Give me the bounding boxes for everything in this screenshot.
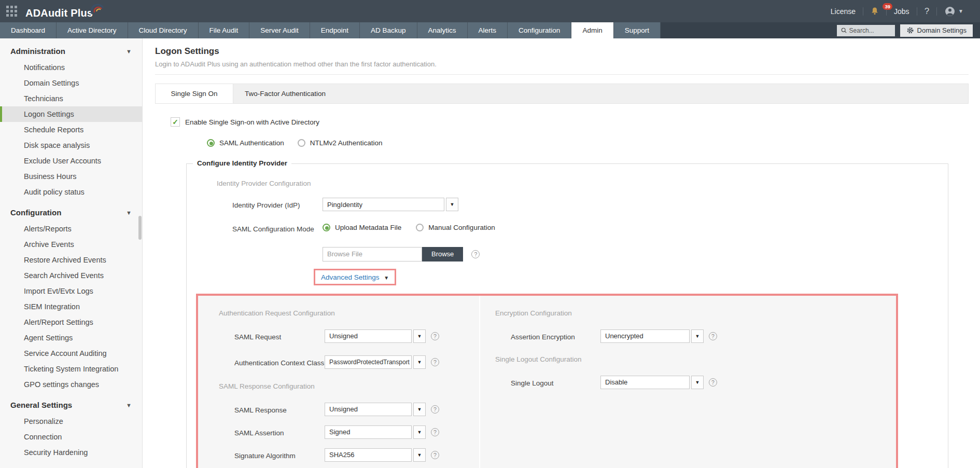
sidebar-item-agent-settings[interactable]: Agent Settings: [0, 330, 142, 346]
search-input[interactable]: [849, 27, 891, 34]
nav-tab-dashboard[interactable]: Dashboard: [0, 22, 57, 38]
radio-label: NTLMv2 Authentication: [310, 139, 383, 147]
chevron-down-icon: ▼: [958, 8, 963, 14]
dropdown-arrow-button[interactable]: ▼: [691, 329, 704, 343]
help-button[interactable]: ?: [917, 6, 936, 17]
help-icon[interactable]: ?: [431, 405, 439, 414]
sidebar-item-security-hardening[interactable]: Security Hardening: [0, 445, 142, 460]
sidebar-item-archive-events[interactable]: Archive Events: [0, 237, 142, 252]
tab-two-factor-authentication[interactable]: Two-Factor Authentication: [233, 84, 337, 103]
help-icon[interactable]: ?: [431, 358, 439, 366]
dropdown-arrow-button[interactable]: ▼: [446, 198, 458, 211]
radio-upload-metadata-file[interactable]: Upload Metadata File: [323, 224, 401, 231]
nav-tab-active-directory[interactable]: Active Directory: [57, 22, 128, 38]
sidebar-item-import-evt-evtx-logs[interactable]: Import Evt/Evtx Logs: [0, 283, 142, 299]
tab-single-sign-on[interactable]: Single Sign On: [156, 84, 233, 103]
dropdown-arrow-button[interactable]: ▼: [413, 448, 426, 462]
section-title-label: Administration: [10, 47, 65, 56]
sidebar-item-connection[interactable]: Connection: [0, 429, 142, 445]
search-box[interactable]: [837, 25, 895, 36]
dropdown-arrow-button[interactable]: ▼: [413, 425, 426, 439]
radio-manual-configuration[interactable]: Manual Configuration: [416, 224, 495, 231]
sidebar-item-restore-archived-events[interactable]: Restore Archived Events: [0, 252, 142, 268]
auth-context-class-select[interactable]: PasswordProtectedTransport ▼: [325, 355, 426, 369]
sidebar-item-notifications[interactable]: Notifications: [0, 60, 142, 75]
signature-algorithm-select[interactable]: SHA256 ▼: [325, 448, 426, 462]
nav-tab-analytics[interactable]: Analytics: [417, 22, 468, 38]
idp-select[interactable]: PingIdentity ▼: [323, 198, 458, 211]
sidebar-section-administration[interactable]: Administration ▼: [0, 38, 142, 60]
dropdown-arrow-button[interactable]: ▼: [413, 355, 426, 369]
help-icon[interactable]: ?: [709, 332, 717, 340]
nav-tab-admin[interactable]: Admin: [571, 22, 613, 38]
notifications-button[interactable]: 39: [863, 7, 886, 16]
nav-tab-endpoint[interactable]: Endpoint: [310, 22, 360, 38]
saml-response-label: SAML Response: [234, 403, 325, 416]
nav-tab-ad-backup[interactable]: AD Backup: [360, 22, 417, 38]
dropdown-arrow-button[interactable]: ▼: [413, 403, 426, 416]
signature-algorithm-label: Signature Algorithm: [234, 448, 325, 461]
saml-response-row: SAML Response Unsigned ▼ ?: [234, 403, 479, 416]
saml-request-select[interactable]: Unsigned ▼: [325, 329, 426, 343]
help-icon[interactable]: ?: [431, 451, 439, 459]
bell-icon: [871, 7, 879, 16]
single-logout-select[interactable]: Disable ▼: [600, 376, 704, 389]
dropdown-arrow-button[interactable]: ▼: [691, 376, 704, 389]
nav-tab-file-audit[interactable]: File Audit: [199, 22, 250, 38]
sidebar-section-general-settings[interactable]: General Settings ▼: [0, 392, 142, 414]
configure-identity-provider-fieldset: Configure Identity Provider Identity Pro…: [186, 163, 948, 468]
idp-row: Identity Provider (IdP) PingIdentity ▼: [232, 198, 948, 211]
sidebar-item-business-hours[interactable]: Business Hours: [0, 169, 142, 184]
help-icon[interactable]: ?: [431, 332, 439, 340]
assertion-encryption-row: Assertion Encryption Unencrypted ▼ ?: [511, 329, 896, 343]
nav-tab-cloud-directory[interactable]: Cloud Directory: [128, 22, 199, 38]
idp-label: Identity Provider (IdP): [232, 198, 323, 211]
assertion-encryption-select[interactable]: Unencrypted ▼: [600, 329, 704, 343]
sidebar-item-alerts-reports[interactable]: Alerts/Reports: [0, 221, 142, 237]
logon-settings-tabs: Single Sign On Two-Factor Authentication: [155, 84, 969, 104]
nav-tab-alerts[interactable]: Alerts: [468, 22, 508, 38]
nav-tab-server-audit[interactable]: Server Audit: [249, 22, 310, 38]
browse-button[interactable]: Browse: [422, 247, 463, 261]
nav-tab-configuration[interactable]: Configuration: [508, 22, 571, 38]
sidebar-item-schedule-reports[interactable]: Schedule Reports: [0, 122, 142, 137]
sidebar-item-logon-settings[interactable]: Logon Settings: [0, 106, 142, 122]
sidebar-item-audit-policy-status[interactable]: Audit policy status: [0, 184, 142, 200]
sidebar-item-alert-report-settings[interactable]: Alert/Report Settings: [0, 314, 142, 330]
saml-assertion-label: SAML Assertion: [234, 425, 325, 438]
sidebar-section-configuration[interactable]: Configuration ▼: [0, 200, 142, 221]
enable-sso-checkbox[interactable]: ✓: [171, 117, 180, 127]
radio-unselected-icon: [416, 224, 424, 231]
signature-algorithm-row: Signature Algorithm SHA256 ▼ ?: [234, 448, 479, 462]
sidebar-item-domain-settings[interactable]: Domain Settings: [0, 75, 142, 91]
advanced-settings-link[interactable]: Advanced Settings ▼: [321, 273, 389, 281]
dropdown-arrow-button[interactable]: ▼: [413, 329, 426, 343]
sidebar-item-personalize[interactable]: Personalize: [0, 414, 142, 429]
domain-settings-button[interactable]: Domain Settings: [900, 24, 973, 37]
sidebar-item-disk-space-analysis[interactable]: Disk space analysis: [0, 137, 142, 153]
sidebar-item-exclude-user-accounts[interactable]: Exclude User Accounts: [0, 153, 142, 169]
sidebar-item-search-archived-events[interactable]: Search Archived Events: [0, 268, 142, 283]
sidebar-item-technicians[interactable]: Technicians: [0, 91, 142, 106]
help-icon[interactable]: ?: [709, 378, 717, 387]
sidebar-item-service-account-auditing[interactable]: Service Account Auditing: [0, 346, 142, 361]
apps-grid-icon[interactable]: [6, 6, 17, 17]
radio-ntlmv2-authentication[interactable]: NTLMv2 Authentication: [298, 139, 383, 147]
sidebar-item-gpo-settings-changes[interactable]: GPO settings changes: [0, 377, 142, 392]
jobs-link[interactable]: Jobs: [887, 7, 917, 16]
nav-tab-list: Dashboard Active Directory Cloud Directo…: [0, 22, 661, 38]
sidebar-scrollbar-thumb[interactable]: [138, 216, 142, 240]
auth-type-radios: SAML Authentication NTLMv2 Authenticatio…: [207, 139, 969, 147]
sidebar-item-siem-integration[interactable]: SIEM Integration: [0, 299, 142, 314]
nav-tab-support[interactable]: Support: [614, 22, 661, 38]
radio-saml-authentication[interactable]: SAML Authentication: [207, 139, 284, 147]
saml-response-select[interactable]: Unsigned ▼: [325, 403, 426, 416]
user-menu-button[interactable]: ▼: [937, 6, 971, 17]
saml-assertion-select[interactable]: Signed ▼: [325, 425, 426, 439]
browse-file-input[interactable]: [323, 247, 422, 261]
chevron-down-icon: ▼: [126, 402, 132, 408]
sidebar-item-ticketing-system-integration[interactable]: Ticketing System Integration: [0, 361, 142, 377]
help-icon[interactable]: ?: [471, 250, 480, 258]
help-icon[interactable]: ?: [431, 428, 439, 436]
license-link[interactable]: License: [823, 7, 863, 16]
